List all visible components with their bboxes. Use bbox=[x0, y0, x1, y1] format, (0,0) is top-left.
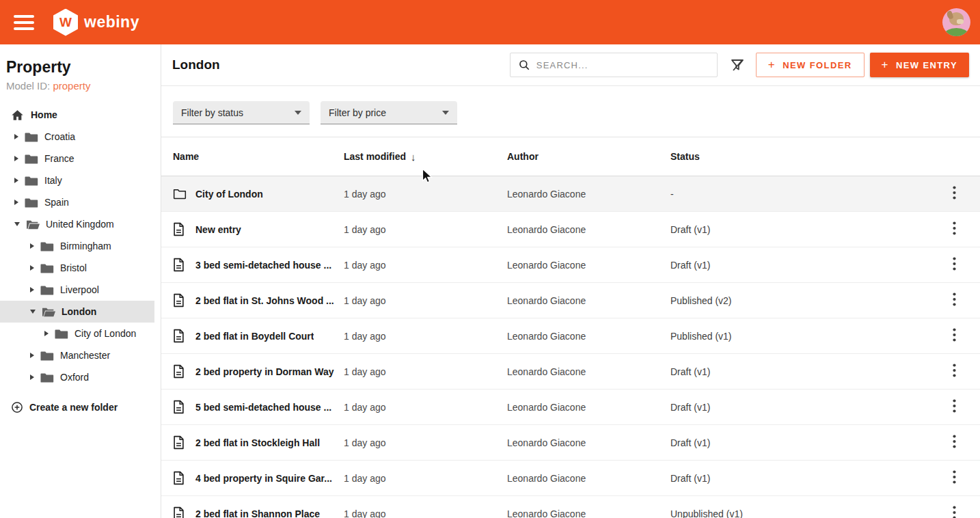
kebab-menu-button[interactable] bbox=[949, 467, 960, 489]
last-modified: 1 day ago bbox=[344, 331, 507, 342]
chevron-right-icon[interactable] bbox=[30, 353, 34, 358]
folder-icon bbox=[40, 239, 54, 253]
webiny-hexagon-icon: W bbox=[53, 9, 78, 36]
kebab-menu-button[interactable] bbox=[949, 290, 960, 312]
sidebar-item-label: Bristol bbox=[60, 262, 87, 273]
table-row-2-bed-flat-in-stockleigh-hall[interactable]: 2 bed flat in Stockleigh Hall1 day agoLe… bbox=[161, 425, 980, 461]
document-icon bbox=[173, 471, 187, 485]
table-row-new-entry[interactable]: New entry1 day agoLeonardo GiaconeDraft … bbox=[161, 212, 980, 247]
sidebar-item-home[interactable]: Home bbox=[0, 104, 154, 126]
sidebar-item-croatia[interactable]: Croatia bbox=[0, 126, 154, 148]
sidebar-item-spain[interactable]: Spain bbox=[0, 191, 154, 213]
entry-name: 3 bed semi-detached house ... bbox=[195, 260, 331, 271]
hamburger-menu-icon[interactable] bbox=[14, 15, 34, 30]
sidebar: Property Model ID: property Home Croatia… bbox=[0, 44, 161, 518]
chevron-down-icon[interactable] bbox=[30, 310, 36, 314]
folder-icon bbox=[40, 370, 54, 384]
table-row-2-bed-property-in-dorman-way[interactable]: 2 bed property in Dorman Way1 day agoLeo… bbox=[161, 354, 980, 390]
author: Leonardo Giacone bbox=[507, 437, 670, 448]
chevron-down-icon bbox=[295, 111, 301, 115]
user-avatar[interactable] bbox=[942, 8, 970, 36]
chevron-right-icon[interactable] bbox=[14, 156, 18, 161]
entry-name: 5 bed semi-detached house ... bbox=[195, 402, 331, 413]
kebab-menu-button[interactable] bbox=[949, 503, 960, 518]
sidebar-item-italy[interactable]: Italy bbox=[0, 169, 154, 191]
plus-icon: + bbox=[882, 58, 889, 72]
plus-circle-icon bbox=[11, 401, 23, 413]
sidebar-item-london[interactable]: London bbox=[0, 301, 154, 323]
sidebar-item-city-of-london[interactable]: City of London bbox=[0, 323, 154, 344]
table-row-4-bed-property-in-squire-gar[interactable]: 4 bed property in Squire Gar...1 day ago… bbox=[161, 461, 980, 496]
new-entry-button[interactable]: + NEW ENTRY bbox=[870, 53, 969, 77]
document-icon bbox=[173, 506, 187, 518]
filter-toggle-button[interactable] bbox=[729, 57, 746, 73]
search-input[interactable] bbox=[536, 60, 709, 70]
table-row-2-bed-flat-in-shannon-place[interactable]: 2 bed flat in Shannon Place1 day agoLeon… bbox=[161, 496, 980, 518]
sidebar-item-manchester[interactable]: Manchester bbox=[0, 344, 154, 366]
chevron-right-icon[interactable] bbox=[14, 178, 18, 183]
author: Leonardo Giacone bbox=[507, 295, 670, 306]
last-modified: 1 day ago bbox=[344, 224, 507, 235]
chevron-right-icon[interactable] bbox=[30, 243, 34, 249]
chevron-right-icon[interactable] bbox=[14, 200, 18, 205]
create-folder-label: Create a new folder bbox=[29, 402, 118, 413]
sidebar-item-oxford[interactable]: Oxford bbox=[0, 366, 154, 388]
chevron-down-icon[interactable] bbox=[14, 222, 20, 226]
search-box[interactable] bbox=[510, 53, 718, 77]
sidebar-item-france[interactable]: France bbox=[0, 148, 154, 169]
status: Draft (v1) bbox=[670, 366, 939, 377]
kebab-menu-button[interactable] bbox=[949, 254, 960, 276]
table-row-2-bed-flat-in-boydell-court[interactable]: 2 bed flat in Boydell Court1 day agoLeon… bbox=[161, 318, 980, 354]
home-icon bbox=[11, 109, 24, 122]
author: Leonardo Giacone bbox=[507, 189, 670, 200]
new-folder-button[interactable]: + NEW FOLDER bbox=[756, 53, 865, 77]
sidebar-item-united-kingdom[interactable]: United Kingdom bbox=[0, 213, 154, 235]
kebab-menu-button[interactable] bbox=[949, 396, 960, 418]
sidebar-item-birmingham[interactable]: Birmingham bbox=[0, 235, 154, 257]
table-row-city-of-london[interactable]: City of London1 day agoLeonardo Giacone- bbox=[161, 176, 980, 212]
chevron-right-icon[interactable] bbox=[30, 374, 34, 380]
filter-by-status-select[interactable]: Filter by status bbox=[173, 101, 310, 124]
chevron-right-icon[interactable] bbox=[30, 265, 34, 271]
sidebar-item-bristol[interactable]: Bristol bbox=[0, 257, 154, 279]
column-header-author[interactable]: Author bbox=[507, 151, 670, 162]
document-icon bbox=[173, 222, 187, 236]
sidebar-item-liverpool[interactable]: Liverpool bbox=[0, 279, 154, 301]
sort-desc-icon: ↓ bbox=[411, 151, 416, 163]
folder-icon bbox=[40, 261, 54, 275]
folder-outline-icon bbox=[173, 188, 187, 200]
chevron-right-icon[interactable] bbox=[30, 287, 34, 292]
last-modified: 1 day ago bbox=[344, 437, 507, 448]
kebab-menu-button[interactable] bbox=[949, 219, 960, 241]
filter-by-price-select[interactable]: Filter by price bbox=[321, 101, 457, 124]
table-row-2-bed-flat-in-st-johns-wood[interactable]: 2 bed flat in St. Johns Wood ...1 day ag… bbox=[161, 283, 980, 318]
column-header-status[interactable]: Status bbox=[670, 151, 939, 162]
last-modified: 1 day ago bbox=[344, 189, 507, 200]
status: Published (v1) bbox=[670, 331, 939, 342]
table-row-5-bed-semi-detached-house[interactable]: 5 bed semi-detached house ...1 day agoLe… bbox=[161, 390, 980, 425]
entry-name: 2 bed flat in Shannon Place bbox=[195, 508, 320, 518]
create-folder-button[interactable]: Create a new folder bbox=[0, 401, 161, 413]
folder-icon bbox=[40, 283, 54, 297]
webiny-logo[interactable]: W webiny bbox=[53, 9, 139, 36]
kebab-menu-button[interactable] bbox=[949, 183, 960, 205]
folder-icon bbox=[25, 152, 38, 165]
last-modified: 1 day ago bbox=[344, 260, 507, 271]
kebab-menu-button[interactable] bbox=[949, 361, 960, 383]
column-header-name[interactable]: Name bbox=[173, 151, 344, 162]
column-header-last-modified[interactable]: Last modified ↓ bbox=[344, 151, 507, 163]
author: Leonardo Giacone bbox=[507, 260, 670, 271]
kebab-menu-button[interactable] bbox=[949, 432, 960, 454]
table-row-3-bed-semi-detached-house[interactable]: 3 bed semi-detached house ...1 day agoLe… bbox=[161, 247, 980, 283]
status: Draft (v1) bbox=[670, 224, 939, 235]
status: Draft (v1) bbox=[670, 260, 939, 271]
author: Leonardo Giacone bbox=[507, 224, 670, 235]
sidebar-item-label: City of London bbox=[74, 328, 136, 339]
chevron-right-icon[interactable] bbox=[44, 331, 49, 336]
chevron-right-icon[interactable] bbox=[14, 134, 18, 139]
document-icon bbox=[173, 293, 187, 308]
sidebar-item-label: London bbox=[62, 306, 96, 317]
model-title: Property bbox=[0, 58, 161, 77]
sidebar-item-label: Home bbox=[31, 109, 57, 120]
kebab-menu-button[interactable] bbox=[949, 325, 960, 347]
